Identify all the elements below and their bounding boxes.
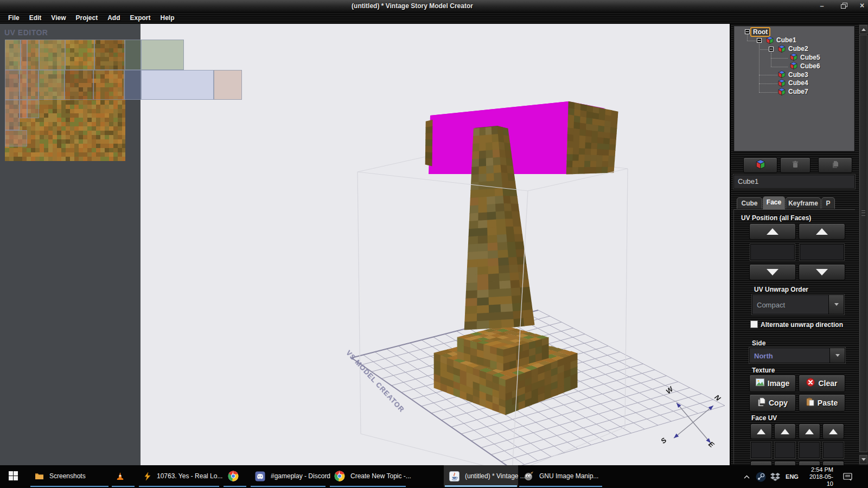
tree-node-cube4[interactable]: Cube4 bbox=[788, 79, 808, 87]
uv-rect[interactable] bbox=[124, 70, 141, 100]
face-uv-field-4[interactable] bbox=[823, 442, 844, 458]
uv-rect[interactable] bbox=[141, 40, 184, 70]
element-tree[interactable]: RootCube1Cube2Cube5Cube6Cube3Cube4Cube7 bbox=[733, 25, 855, 152]
start-button[interactable] bbox=[0, 465, 26, 488]
uv-rect[interactable] bbox=[93, 70, 124, 100]
tray-steam-icon[interactable] bbox=[754, 465, 767, 488]
uv-rect[interactable] bbox=[65, 70, 93, 100]
tray-dropbox-icon[interactable] bbox=[769, 465, 782, 488]
add-cube-button[interactable] bbox=[743, 157, 777, 173]
taskbar-item-chrome[interactable] bbox=[222, 465, 247, 487]
menu-item-edit[interactable]: Edit bbox=[24, 13, 47, 23]
face-uv-field-3[interactable] bbox=[799, 442, 820, 458]
title-bar[interactable]: (untitled) * Vintage Story Model Creator… bbox=[0, 0, 868, 12]
taskbar-item-screenshots[interactable]: Screenshots bbox=[29, 465, 110, 487]
tab-p[interactable]: P bbox=[821, 197, 835, 209]
close-button[interactable]: × bbox=[856, 2, 868, 10]
face-uv-field-1[interactable] bbox=[751, 442, 771, 458]
tree-expander[interactable] bbox=[745, 29, 750, 34]
uv-y-field[interactable] bbox=[800, 244, 844, 260]
uv-rect[interactable] bbox=[27, 70, 39, 100]
tree-node-root[interactable]: Root bbox=[752, 28, 770, 36]
uv-rect[interactable] bbox=[20, 100, 27, 118]
texture-clear-button[interactable]: Clear bbox=[799, 375, 845, 392]
uv-rect[interactable] bbox=[21, 40, 27, 70]
tree-node-label: Cube1 bbox=[776, 36, 796, 44]
face-uv-up-1[interactable] bbox=[750, 423, 772, 439]
uv-rect[interactable] bbox=[20, 70, 27, 100]
menu-item-help[interactable]: Help bbox=[156, 13, 180, 23]
tree-node-cube5[interactable]: Cube5 bbox=[800, 53, 820, 61]
face-uv-up-3[interactable] bbox=[799, 423, 820, 439]
tray-clock[interactable]: 2:54 PM 2018-05-10 bbox=[803, 465, 833, 488]
uv-unwrap-dropdown[interactable]: Compact bbox=[752, 294, 844, 314]
tree-node-cube6[interactable]: Cube6 bbox=[800, 62, 820, 70]
tree-node-cube2[interactable]: Cube2 bbox=[788, 45, 808, 53]
windows-logo-icon bbox=[9, 471, 18, 483]
uv-down-button-2[interactable] bbox=[799, 264, 845, 280]
taskbar-item-gameplay-discord[interactable]: #gameplay - Discord bbox=[250, 465, 327, 487]
texture-image-button[interactable]: Image bbox=[749, 375, 796, 392]
scroll-down-button[interactable] bbox=[859, 455, 867, 464]
tab-keyframe[interactable]: Keyframe bbox=[786, 197, 821, 209]
menu-item-add[interactable]: Add bbox=[103, 13, 125, 23]
minimize-button[interactable]: – bbox=[816, 2, 828, 10]
scroll-thumb[interactable] bbox=[859, 35, 867, 452]
alternate-unwrap-checkbox[interactable] bbox=[750, 320, 758, 328]
scroll-up-button[interactable] bbox=[859, 25, 867, 34]
tray-chevron-icon[interactable] bbox=[741, 465, 752, 488]
texture-paste-button[interactable]: Paste bbox=[799, 394, 845, 412]
uv-rect[interactable] bbox=[39, 40, 65, 70]
uv-down-button-1[interactable] bbox=[749, 264, 796, 280]
uv-up-button-2[interactable] bbox=[799, 223, 845, 240]
restore-button[interactable] bbox=[838, 2, 850, 10]
texture-copy-button[interactable]: Copy bbox=[749, 394, 796, 412]
uv-rect[interactable] bbox=[27, 40, 39, 70]
tree-node-cube1[interactable]: Cube1 bbox=[776, 36, 796, 44]
tree-expander[interactable] bbox=[757, 38, 762, 43]
uv-rect[interactable] bbox=[5, 40, 21, 70]
uv-up-button-1[interactable] bbox=[749, 223, 796, 240]
side-dropdown[interactable]: North bbox=[749, 348, 845, 363]
menu-item-export[interactable]: Export bbox=[125, 13, 156, 23]
face-uv-up-4[interactable] bbox=[822, 423, 844, 439]
tree-node-cube7[interactable]: Cube7 bbox=[788, 88, 808, 96]
chevron-down-icon[interactable] bbox=[829, 348, 845, 363]
face-uv-up-2[interactable] bbox=[774, 423, 796, 439]
notification-center-icon[interactable] bbox=[840, 465, 855, 488]
taskbar-item-vlc[interactable] bbox=[111, 465, 136, 487]
uv-rect[interactable] bbox=[5, 100, 20, 130]
taskbar-item-label: (untitled) * Vintage ... bbox=[465, 472, 526, 480]
uv-rect[interactable] bbox=[94, 40, 125, 70]
taskbar-item-10763-yes-real-lo[interactable]: 10763. Yes - Real Lo... bbox=[138, 465, 220, 487]
menu-item-view[interactable]: View bbox=[46, 13, 71, 23]
uv-rect[interactable] bbox=[39, 70, 65, 100]
uv-rect[interactable] bbox=[5, 130, 27, 146]
uv-rect[interactable] bbox=[65, 40, 94, 70]
menu-item-file[interactable]: File bbox=[3, 13, 24, 23]
taskbar-item-untitled-vintage[interactable]: (untitled) * Vintage ... bbox=[444, 465, 518, 487]
chrome-icon bbox=[228, 471, 239, 481]
uv-rect[interactable] bbox=[214, 70, 242, 100]
uv-rect[interactable] bbox=[125, 40, 141, 70]
uv-unwrap-label: UV Unwrap Order bbox=[754, 286, 808, 293]
uv-rect[interactable] bbox=[5, 70, 20, 100]
delete-cube-button[interactable] bbox=[780, 157, 810, 173]
cube-icon bbox=[766, 36, 774, 44]
cube-name-input[interactable]: Cube1 bbox=[733, 175, 855, 189]
uv-rect[interactable] bbox=[27, 100, 39, 118]
tree-expander[interactable] bbox=[769, 47, 774, 52]
tab-face[interactable]: Face bbox=[763, 196, 785, 209]
tree-node-cube3[interactable]: Cube3 bbox=[788, 70, 808, 79]
uv-rect[interactable] bbox=[141, 70, 214, 100]
window-title: (untitled) * Vintage Story Model Creator bbox=[0, 2, 825, 10]
taskbar-item-gnu-image-manip[interactable]: GNU Image Manip... bbox=[518, 465, 603, 487]
chevron-down-icon[interactable] bbox=[828, 295, 844, 314]
face-uv-field-2[interactable] bbox=[775, 442, 795, 458]
tray-language[interactable]: ENG bbox=[783, 465, 801, 488]
duplicate-cube-button[interactable] bbox=[818, 157, 852, 173]
taskbar-item-create-new-topic[interactable]: Create New Topic -... bbox=[329, 465, 407, 487]
uv-x-field[interactable] bbox=[750, 244, 795, 260]
menu-item-project[interactable]: Project bbox=[71, 13, 103, 23]
tab-cube[interactable]: Cube bbox=[737, 197, 762, 209]
